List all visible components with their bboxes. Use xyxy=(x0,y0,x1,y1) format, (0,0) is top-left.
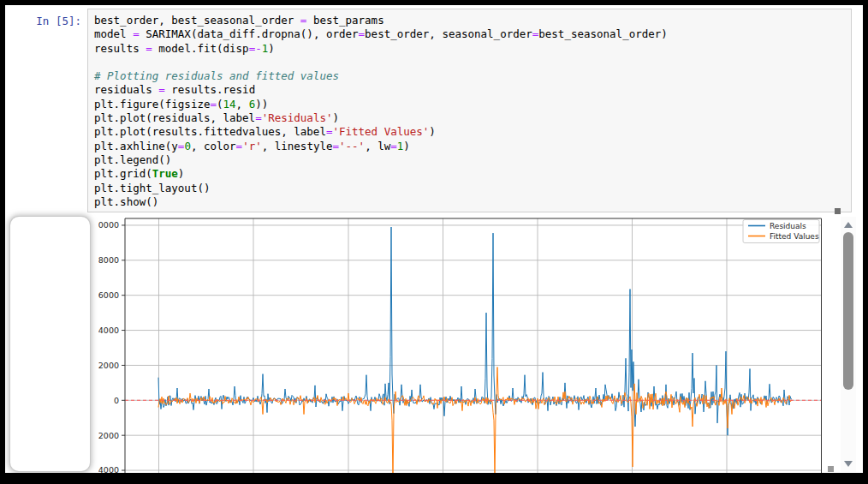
code-line: plt.plot(results.fittedvalues, label='Fi… xyxy=(94,125,845,139)
code-line: plt.plot(residuals, label='Residuals') xyxy=(94,111,845,125)
residuals-plot: 1000080006000400020000−2000−4000Residual… xyxy=(98,216,843,473)
output-scrollbar[interactable] xyxy=(841,217,856,472)
scrollbar-thumb[interactable] xyxy=(843,232,853,390)
output-prompt-area[interactable] xyxy=(10,217,90,471)
code-line: plt.legend() xyxy=(94,153,845,167)
y-tick-label: 6000 xyxy=(98,290,119,300)
code-cell[interactable]: best_order, best_seasonal_order = best_p… xyxy=(87,9,852,212)
cell-input-prompt: In [5]: xyxy=(21,15,81,28)
code-line: plt.show() xyxy=(94,195,845,209)
notebook-window: In [5]: best_order, best_seasonal_order … xyxy=(0,0,868,484)
notebook-content: In [5]: best_order, best_seasonal_order … xyxy=(5,5,863,473)
legend-label: Fitted Values xyxy=(770,232,819,241)
legend: ResidualsFitted Values xyxy=(743,220,819,243)
y-tick-label: −4000 xyxy=(98,465,119,473)
y-tick-label: 4000 xyxy=(98,326,119,335)
code-line: plt.figure(figsize=(14, 6)) xyxy=(94,98,845,111)
scroll-corner-bottom xyxy=(828,466,834,472)
code-line: plt.tight_layout() xyxy=(94,182,845,195)
y-tick-label: 0 xyxy=(114,396,119,405)
y-tick-label: 2000 xyxy=(98,361,119,370)
code-line: results = model.fit(disp=-1) xyxy=(94,42,845,56)
y-tick-label: 8000 xyxy=(98,255,119,265)
code-line: model = SARIMAX(data_diff.dropna(), orde… xyxy=(94,27,845,41)
code-line: plt.axhline(y=0, color='r', linestyle='-… xyxy=(94,140,845,153)
legend-label: Residuals xyxy=(770,222,806,230)
scroll-corner-top xyxy=(835,208,841,214)
code-line: # Plotting residuals and fitted values xyxy=(94,69,845,83)
code-line: residuals = results.resid xyxy=(94,83,845,97)
y-tick-label: 10000 xyxy=(98,220,119,230)
y-tick-label: −2000 xyxy=(98,431,119,440)
code-editor[interactable]: best_order, best_seasonal_order = best_p… xyxy=(88,9,851,213)
code-line xyxy=(94,56,845,69)
code-line: best_order, best_seasonal_order = best_p… xyxy=(94,14,845,27)
scroll-up-icon[interactable] xyxy=(844,222,853,228)
code-line: plt.grid(True) xyxy=(94,167,845,181)
scroll-down-icon[interactable] xyxy=(844,461,853,467)
